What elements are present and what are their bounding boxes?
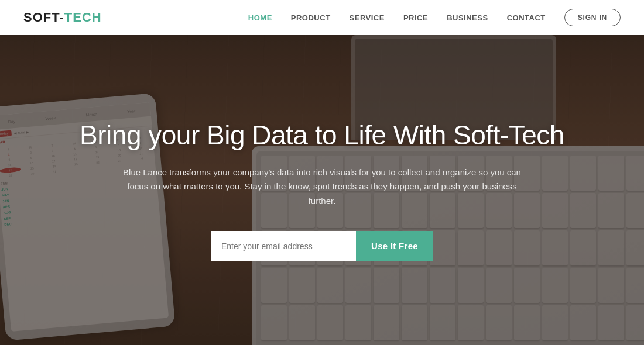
hero-content: Bring your Big Data to Life With Soft-Te… — [0, 35, 644, 345]
logo[interactable]: SOFT-TECH — [23, 10, 102, 25]
signin-button[interactable]: SIGN IN — [564, 9, 621, 26]
nav-item-home[interactable]: HOME — [248, 13, 272, 22]
cta-button[interactable]: Use It Free — [356, 231, 433, 261]
nav-item-service[interactable]: SERVICE — [350, 13, 385, 22]
nav-item-price[interactable]: PRICE — [403, 13, 428, 22]
hero-section: DayWeekMonthYear Today ◀ MAY ▶ MAR SMTWT… — [0, 0, 644, 345]
nav-item-contact[interactable]: CONTACT — [507, 13, 546, 22]
email-input[interactable] — [211, 231, 356, 261]
cta-form: Use It Free — [211, 231, 433, 261]
nav-item-business[interactable]: BUSINESS — [447, 13, 488, 22]
main-nav: HOME PRODUCT SERVICE PRICE BUSINESS CONT… — [248, 9, 621, 26]
hero-title: Bring your Big Data to Life With Soft-Te… — [80, 119, 564, 153]
hero-subtitle: Blue Lance transforms your company's dat… — [123, 165, 521, 209]
nav-item-product[interactable]: PRODUCT — [291, 13, 331, 22]
header: SOFT-TECH HOME PRODUCT SERVICE PRICE BUS… — [0, 0, 644, 35]
logo-prefix: SOFT- — [23, 10, 64, 25]
logo-suffix: TECH — [64, 10, 102, 25]
